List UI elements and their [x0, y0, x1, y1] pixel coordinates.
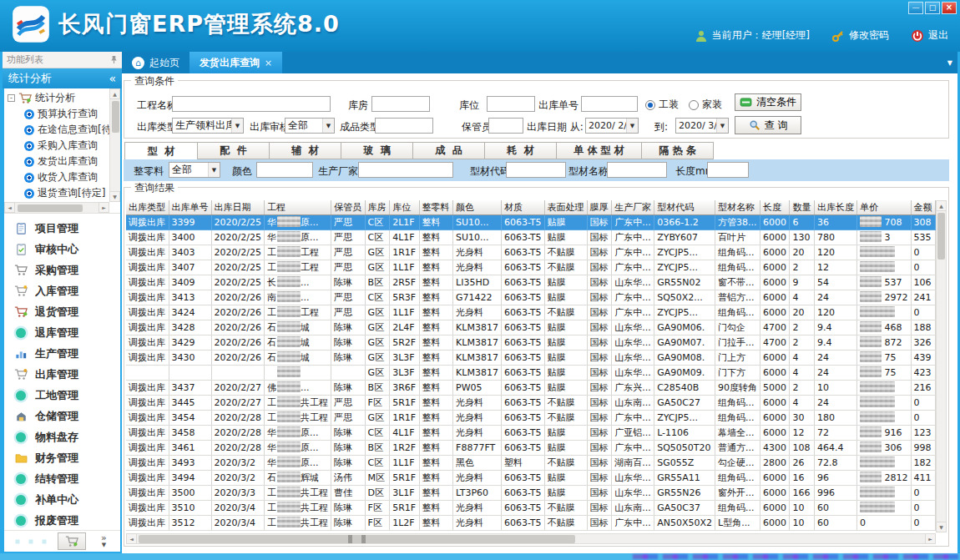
scroll-right-icon[interactable]: ► [925, 533, 936, 544]
length-input[interactable] [707, 162, 749, 178]
grid-column-header[interactable]: 型材代码 [654, 200, 715, 214]
grid-column-header[interactable]: 材质 [501, 200, 544, 214]
table-row[interactable]: 调拨出库34002020/2/25华原...严思C区4L1F整料SU10...6… [126, 230, 936, 245]
table-row[interactable]: 调拨出库34242020/2/26工工程严思G区1L1F整料光身料6063-T5… [126, 305, 936, 320]
grid-vscroll-thumb[interactable] [937, 213, 945, 260]
sidebar-item-clipboard[interactable]: 项目管理 [4, 218, 120, 239]
scroll-up-icon[interactable]: ▲ [936, 200, 947, 211]
table-row[interactable]: 调拨出库35102020/3/4工共工程陈琳F区5R1F整料光身料6063-T5… [126, 500, 936, 515]
tree-item[interactable]: 采购入库查询 [8, 138, 109, 154]
table-row[interactable]: 调拨出库34582020/2/28华原...陈琳C区4L1F整料光身料6063-… [126, 425, 936, 440]
scroll-down-icon[interactable]: ▼ [109, 191, 120, 202]
clear-conditions-button[interactable]: 清空条件 [735, 93, 801, 111]
material-tab[interactable]: 单 体 型 材 [557, 142, 642, 159]
profile-code-input[interactable] [506, 162, 566, 178]
sidebar-item-cart-out[interactable]: 出库管理 [4, 364, 120, 385]
tab-shipping-outbound-query[interactable]: 发货出库查询× [189, 52, 282, 73]
sidebar-item-warehouse[interactable]: 仓储管理 [4, 406, 120, 426]
sidebar-item-folder[interactable]: 财务管理 [4, 447, 120, 468]
scroll-left-icon[interactable]: ◄ [4, 202, 15, 213]
tree-item[interactable]: 收货入库查询 [8, 169, 109, 185]
grid-column-header[interactable]: 工程 [265, 200, 331, 214]
radio-engineering[interactable]: 工装 [645, 98, 679, 112]
date-from-select[interactable]: 2020/ 2/16 ▼ [585, 118, 639, 134]
table-row[interactable]: 调拨出库34132020/2/26南...严思C区5R3F整料G71422606… [126, 290, 936, 305]
scroll-left-icon[interactable]: ◄ [126, 533, 137, 544]
material-tab[interactable]: 成 品 [413, 142, 485, 159]
grid-column-header[interactable]: 出库单号 [169, 200, 211, 214]
sidebar-item-circle[interactable]: 报废管理 [4, 510, 120, 530]
material-tab[interactable]: 玻 璃 [341, 142, 413, 159]
tree-item[interactable]: 发货出库查询 [8, 154, 109, 169]
grid-column-header[interactable]: 生产厂家 [612, 200, 654, 214]
grid-column-header[interactable]: 整零料 [419, 200, 452, 214]
scroll-right-icon[interactable]: ► [99, 202, 109, 213]
grid-column-header[interactable]: 表面处理 [544, 200, 587, 214]
grid-column-header[interactable]: 单价 [857, 200, 912, 214]
table-row[interactable]: G区3L3F整料KLM38176063-T5贴膜国标山东华...GA90M09.… [126, 365, 936, 380]
location-input[interactable] [487, 96, 535, 112]
search-button[interactable]: 查 询 [735, 116, 801, 134]
chevron-down-icon[interactable]: ▼ [947, 59, 952, 67]
order-no-input[interactable] [581, 96, 638, 112]
change-password-button[interactable]: 修改密码 [831, 28, 889, 43]
grid-column-header[interactable]: 出库类型 [126, 200, 169, 214]
keeper-input[interactable] [488, 118, 523, 134]
material-tab[interactable]: 耗 材 [485, 142, 557, 159]
footer-cart-button[interactable] [58, 532, 86, 550]
sidebar-item-circle[interactable]: 物料盘存 [4, 426, 120, 447]
grid-column-header[interactable]: 保管员 [331, 200, 366, 214]
sidebar-item-circle[interactable]: 补单中心 [4, 489, 120, 510]
grid-column-header[interactable]: 数量 [790, 200, 815, 214]
tree-item[interactable]: 预算执行查询 [8, 106, 109, 122]
sidebar-item-cart-in[interactable]: 入库管理 [4, 280, 120, 301]
sidebar-item-circle[interactable]: 结转管理 [4, 468, 120, 489]
table-row[interactable]: 调拨出库34942020/3/2石辉城汤伟M区5R1F整料光身料6063-T5贴… [126, 470, 936, 485]
scroll-down-icon[interactable]: ▼ [936, 522, 947, 532]
out-type-select[interactable]: 生产领料出库 ▼ [172, 118, 244, 134]
tree-hscroll-thumb[interactable] [18, 204, 83, 212]
scroll-up-icon[interactable]: ▲ [109, 88, 120, 99]
table-row[interactable]: 调拨出库34092020/2/25长...陈琳B区2R5F整料LI35HD606… [126, 275, 936, 290]
grid-column-header[interactable]: 型材名称 [715, 200, 760, 214]
grid-column-header[interactable]: 长度 [760, 200, 790, 214]
material-tab[interactable]: 配 件 [198, 142, 270, 159]
sidebar-item-cart-return[interactable]: 退货管理 [4, 301, 120, 322]
table-row[interactable]: 调拨出库34932020/3/2华原...陈琳C区1L1F整料黑色塑料不贴膜国标… [126, 455, 936, 470]
table-row[interactable]: 调拨出库34282020/2/26石城陈琳G区2L4F整料KLM38176063… [126, 320, 936, 335]
table-row[interactable]: 调拨出库34612020/2/28华原...陈琳B区1R2F整料F8877FT6… [126, 440, 936, 455]
minimize-button[interactable]: — [908, 2, 923, 14]
sidebar-item-cart[interactable]: 采购管理 [4, 260, 120, 280]
maximize-button[interactable]: □ [925, 2, 940, 14]
overflow-chevron-icon[interactable]: »▼ [101, 534, 107, 549]
table-row[interactable]: 调拨出库34452020/2/27工共工程严思F区5R1F整料光身料6063-T… [126, 395, 936, 410]
table-row[interactable]: 调拨出库35002020/3/3工共工程曹佳D区3L1F整料LT3P606063… [126, 485, 936, 500]
grid-column-header[interactable]: 库房 [365, 200, 390, 214]
collapse-icon[interactable]: « [109, 72, 116, 85]
table-row[interactable]: 调拨出库34032020/2/25工工程严思G区1R1F整料光身料6063-T5… [126, 245, 936, 260]
tree-vscroll-thumb[interactable] [112, 101, 119, 133]
close-button[interactable]: × [942, 2, 957, 14]
material-tab[interactable]: 隔 热 条 [642, 142, 714, 159]
pin-icon[interactable] [110, 55, 118, 64]
tree-root-statistics[interactable]: -统计分析 [8, 90, 109, 106]
manufacturer-input[interactable] [358, 162, 453, 178]
radio-home[interactable]: 家装 [689, 98, 722, 112]
grid-hscroll-thumb[interactable] [139, 535, 575, 543]
sidebar-item-circle[interactable]: 工地管理 [4, 385, 120, 406]
table-row[interactable]: 调拨出库35122020/3/4工共工程陈琳F区1L2F整料光身料6063-T5… [126, 515, 936, 530]
grid-column-header[interactable]: 库位 [390, 200, 419, 214]
product-type-input[interactable] [375, 118, 433, 134]
tab-start-page[interactable]: ⌂起始页 [122, 52, 189, 73]
table-row[interactable]: 调拨出库33992020/2/25华原...严思C区2L1F整料SU10...6… [126, 214, 936, 230]
whole-piece-select[interactable]: 全部 ▼ [169, 162, 220, 178]
sidebar-item-chart[interactable]: 生产管理 [4, 343, 120, 364]
material-tab[interactable]: 型 材 [124, 142, 198, 160]
grid-column-header[interactable]: 颜色 [453, 200, 502, 214]
date-to-select[interactable]: 2020/ 3/16 ▼ [675, 118, 729, 134]
sidebar-item-circle[interactable]: 退库管理 [4, 322, 120, 343]
sidebar-item-clipboard-check[interactable]: 审核中心 [4, 239, 120, 260]
project-name-input[interactable] [172, 96, 331, 112]
table-row[interactable]: 调拨出库34372020/2/27佛...陈琳B区3R6F整料PW056063-… [126, 380, 936, 395]
table-row[interactable]: 调拨出库34072020/2/25工工程严思G区1L1F整料光身料6063-T5… [126, 260, 936, 275]
